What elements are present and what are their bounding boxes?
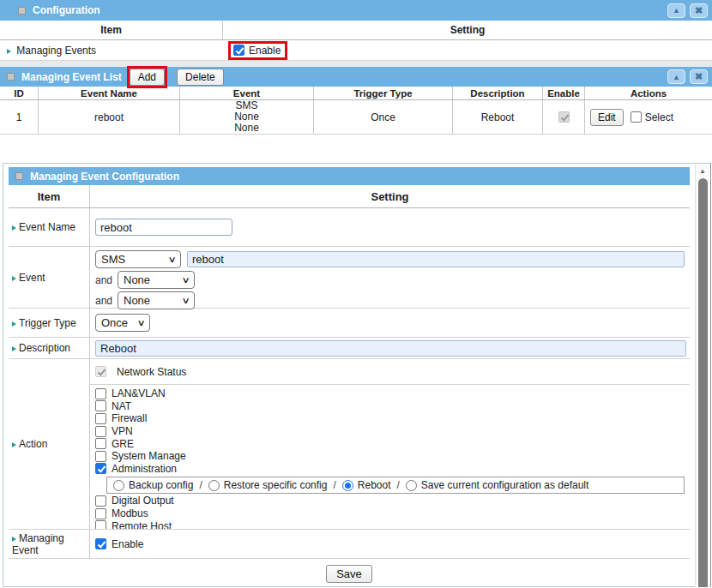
managing-events-label: Managing Events xyxy=(16,45,96,57)
save-default-radio[interactable] xyxy=(406,480,417,491)
radio-separator: / xyxy=(199,479,202,491)
column-header-item: Item xyxy=(0,21,223,39)
remote-host-checkbox[interactable] xyxy=(95,520,106,529)
column-header-trigger-type: Trigger Type xyxy=(314,87,453,99)
administration-label: Administration xyxy=(112,463,177,475)
backup-config-radio[interactable] xyxy=(113,480,124,491)
event-row: Event SMS ∨ reboot and None ∨ xyxy=(9,247,690,309)
event-value-input[interactable]: reboot xyxy=(187,251,685,267)
bullet-arrow-icon xyxy=(12,442,16,447)
configuration-panel-header: Configuration ▲ ✖ xyxy=(0,0,712,21)
digital-output-checkbox[interactable] xyxy=(95,495,106,507)
close-panel-button[interactable]: ✖ xyxy=(690,3,708,18)
managing-event-enable-checkbox[interactable] xyxy=(95,538,106,549)
reboot-radio[interactable] xyxy=(342,480,353,491)
radio-separator: / xyxy=(333,479,335,491)
system-manage-checkbox[interactable] xyxy=(95,451,106,462)
trigger-type-row: Trigger Type Once ∨ xyxy=(9,309,690,338)
select-checkbox[interactable] xyxy=(631,111,642,123)
select-label: Select xyxy=(645,111,673,123)
panel-square-icon xyxy=(7,73,15,81)
event-type-value: SMS xyxy=(101,253,125,266)
network-status-label: Network Status xyxy=(117,366,186,378)
description-input[interactable]: Reboot xyxy=(95,340,686,357)
description-label: Description xyxy=(19,342,70,354)
column-header-actions: Actions xyxy=(585,87,712,99)
chevron-down-icon: ∨ xyxy=(181,296,190,305)
row-event-name: reboot xyxy=(39,100,180,134)
reboot-label: Reboot xyxy=(358,479,391,491)
collapse-panel-button[interactable]: ▲ xyxy=(667,3,685,18)
row-actions: Edit Select xyxy=(585,100,712,134)
action-label: Action xyxy=(19,438,47,450)
administration-radio-group: Backup config / Restore specific config … xyxy=(106,477,685,494)
row-trigger-type: Once xyxy=(314,100,453,134)
event-label: Event xyxy=(19,272,45,284)
bullet-arrow-icon xyxy=(12,321,16,327)
panel-square-icon xyxy=(15,172,23,180)
column-header-event-name: Event Name xyxy=(39,87,180,99)
event-config-panel-header: Managing Event Configuration xyxy=(9,167,690,185)
trigger-type-value: Once xyxy=(101,316,128,329)
managing-event-row: Managing Event Enable xyxy=(9,530,690,559)
column-header-setting: Setting xyxy=(90,185,690,207)
scroll-up-arrow-icon[interactable]: ▲ xyxy=(696,165,709,177)
lan-vlan-checkbox[interactable] xyxy=(95,388,106,399)
bullet-arrow-icon xyxy=(7,49,11,54)
nat-checkbox[interactable] xyxy=(95,400,106,411)
gre-checkbox[interactable] xyxy=(95,438,106,449)
administration-checkbox[interactable] xyxy=(95,463,106,474)
backup-config-label: Backup config xyxy=(129,479,193,491)
chevron-down-icon: ∨ xyxy=(136,318,145,327)
save-button[interactable]: Save xyxy=(326,565,372,583)
event-name-input[interactable]: reboot xyxy=(95,219,232,236)
lan-vlan-label: LAN&VLAN xyxy=(112,387,166,399)
row-description: Reboot xyxy=(453,100,543,134)
modbus-label: Modbus xyxy=(112,507,148,519)
firewall-checkbox[interactable] xyxy=(95,413,106,424)
event-and-select-1[interactable]: None ∨ xyxy=(118,271,195,289)
event-type-select[interactable]: SMS ∨ xyxy=(95,250,181,268)
scrollbar-thumb[interactable] xyxy=(698,178,708,587)
trigger-type-label: Trigger Type xyxy=(19,317,76,329)
restore-config-radio[interactable] xyxy=(208,480,220,491)
trigger-type-select[interactable]: Once ∨ xyxy=(95,314,150,332)
save-default-label: Save current configuration as default xyxy=(421,479,588,491)
vpn-checkbox[interactable] xyxy=(95,426,106,437)
managing-events-enable-checkbox[interactable] xyxy=(233,45,244,56)
action-option-remote-host: Remote Host xyxy=(95,519,686,529)
table-row: 1 reboot SMS None None Once Reboot Edit … xyxy=(0,100,712,135)
column-header-event: Event xyxy=(180,87,314,99)
save-row: Save xyxy=(9,559,690,587)
row-event-types: SMS None None xyxy=(180,100,314,134)
add-button[interactable]: Add xyxy=(130,69,165,86)
event-line-none: None xyxy=(234,123,259,134)
event-and-select-2[interactable]: None ∨ xyxy=(118,291,195,309)
delete-button[interactable]: Delete xyxy=(177,69,224,86)
add-highlight-box: Add xyxy=(127,66,167,88)
modbus-checkbox[interactable] xyxy=(95,508,106,519)
action-option-firewall: Firewall xyxy=(95,412,686,425)
vpn-label: VPN xyxy=(112,425,133,437)
chevron-down-icon: ∨ xyxy=(181,275,190,285)
restore-config-label: Restore specific config xyxy=(224,479,328,491)
edit-button[interactable]: Edit xyxy=(590,109,624,126)
close-panel-button[interactable]: ✖ xyxy=(690,69,708,84)
action-option-lan-vlan: LAN&VLAN xyxy=(95,387,686,400)
bullet-arrow-icon xyxy=(12,225,16,231)
vertical-scrollbar[interactable]: ▲ xyxy=(695,165,709,587)
row-enable-state xyxy=(543,100,585,134)
action-option-digital-output: Digital Output xyxy=(95,495,686,507)
collapse-panel-button[interactable]: ▲ xyxy=(667,69,685,84)
remote-host-label: Remote Host xyxy=(112,520,172,529)
event-list-panel-header: Managing Event List Add Delete ▲ ✖ xyxy=(0,67,712,87)
configuration-table-header: Item Setting xyxy=(0,21,712,40)
action-option-administration: Administration xyxy=(95,463,686,476)
event-list-panel-title: Managing Event List xyxy=(21,71,122,83)
bullet-arrow-icon xyxy=(12,537,16,542)
enable-label: Enable xyxy=(249,45,281,57)
network-status-checkbox xyxy=(95,366,106,377)
event-config-panel-title: Managing Event Configuration xyxy=(30,171,179,183)
event-and-value-2: None xyxy=(124,294,150,307)
event-list-table-header: ID Event Name Event Trigger Type Descrip… xyxy=(0,87,712,100)
